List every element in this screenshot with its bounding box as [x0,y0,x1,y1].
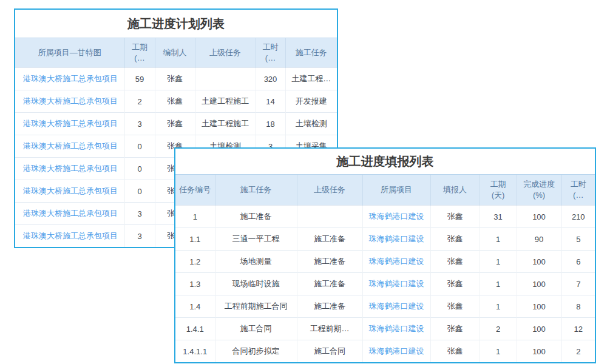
cell-parent_task [195,68,256,90]
project-link[interactable]: 港珠澳大桥施工总承包项目 [15,158,124,180]
cell-task_no: 1.2 [175,251,215,273]
cell-progress: 100 [517,318,561,340]
cell-task: 施工准备 [215,206,297,228]
cell-hours: 12 [561,318,595,340]
cell-task: 现场临时设施 [215,273,297,295]
project-link[interactable]: 港珠澳大桥施工总承包项目 [15,180,124,203]
cell-task: 土建工程… [285,68,337,90]
project-link[interactable]: 港珠澳大桥施工总承包项目 [15,90,124,113]
project-link[interactable]: 港珠澳大桥施工总承包项目 [15,68,124,90]
col-header-parent-task: 上级任务 [297,175,362,206]
cell-progress: 90 [517,228,561,251]
cell-duration: 1 [480,228,517,251]
cell-parent_task: 施工合同 [297,340,362,363]
cell-task: 场地测量 [215,251,297,273]
project-link[interactable]: 港珠澳大桥施工总承包项目 [15,135,124,158]
col-header-hours: 工时 (… [256,38,285,68]
cell-duration: 3 [124,113,155,135]
col-header-author: 编制人 [155,38,195,68]
cell-progress: 100 [517,251,561,273]
cell-task_no: 1.4.1 [175,318,215,340]
table-row: 1.3现场临时设施施工准备珠海鹤港口建设张鑫11007 [175,273,595,295]
project-link[interactable]: 珠海鹤港口建设 [362,295,430,318]
report-table-title: 施工进度填报列表 [175,149,595,174]
project-link[interactable]: 港珠澳大桥施工总承包项目 [15,113,124,135]
table-row: 1.1三通一平工程施工准备珠海鹤港口建设张鑫1905 [175,228,595,251]
col-header-hours: 工时 (… [561,175,595,206]
cell-author: 张鑫 [155,90,195,113]
table-row: 港珠澳大桥施工总承包项目59张鑫320土建工程… [15,68,337,90]
cell-duration: 0 [124,158,155,180]
table-row: 1.4.1施工合同工程前期…珠海鹤港口建设张鑫210012 [175,318,595,340]
cell-hours: 5 [561,228,595,251]
cell-hours: 210 [561,206,595,228]
table-row: 港珠澳大桥施工总承包项目2张鑫土建工程施工14开发报建 [15,90,337,113]
table-row: 1.2场地测量施工准备珠海鹤港口建设张鑫11006 [175,251,595,273]
cell-task_no: 1.3 [175,273,215,295]
cell-progress: 100 [517,206,561,228]
cell-parent_task: 施工准备 [297,251,362,273]
cell-task: 三通一平工程 [215,228,297,251]
cell-parent_task: 施工准备 [297,295,362,318]
cell-task_no: 1.1 [175,228,215,251]
cell-task_no: 1.4.1.1 [175,340,215,363]
cell-duration: 0 [124,135,155,158]
cell-progress: 100 [517,340,561,363]
cell-task: 开发报建 [285,90,337,113]
cell-parent_task: 施工准备 [297,228,362,251]
project-link[interactable]: 珠海鹤港口建设 [362,251,430,273]
cell-reporter: 张鑫 [430,273,480,295]
cell-hours: 7 [561,273,595,295]
project-link[interactable]: 珠海鹤港口建设 [362,206,430,228]
cell-author: 张鑫 [155,113,195,135]
cell-duration: 1 [480,273,517,295]
cell-hours: 18 [256,113,285,135]
cell-reporter: 张鑫 [430,228,480,251]
cell-task_no: 1 [175,206,215,228]
cell-duration: 3 [124,225,155,248]
col-header-task-no: 任务编号 [175,175,215,206]
cell-duration: 31 [480,206,517,228]
cell-reporter: 张鑫 [430,340,480,363]
project-link[interactable]: 珠海鹤港口建设 [362,340,430,363]
cell-hours: 6 [561,251,595,273]
table-row: 1施工准备珠海鹤港口建设张鑫31100210 [175,206,595,228]
cell-duration: 59 [124,68,155,90]
project-link[interactable]: 珠海鹤港口建设 [362,273,430,295]
project-link[interactable]: 港珠澳大桥施工总承包项目 [15,203,124,225]
cell-duration: 1 [480,295,517,318]
cell-reporter: 张鑫 [430,318,480,340]
cell-duration: 1 [480,340,517,363]
cell-reporter: 张鑫 [430,206,480,228]
plan-table-title: 施工进度计划列表 [15,10,337,38]
cell-duration: 2 [124,90,155,113]
project-link[interactable]: 珠海鹤港口建设 [362,228,430,251]
col-header-project-gantt: 所属项目—甘特图 [15,38,124,68]
cell-parent_task: 工程前期… [297,318,362,340]
cell-hours: 8 [561,295,595,318]
cell-hours: 14 [256,90,285,113]
cell-progress: 100 [517,295,561,318]
cell-parent_task: 土建工程施工 [195,90,256,113]
cell-progress: 100 [517,273,561,295]
cell-parent_task: 施工准备 [297,273,362,295]
cell-reporter: 张鑫 [430,295,480,318]
cell-task: 土壤检测 [285,113,337,135]
cell-duration: 0 [124,180,155,203]
cell-author: 张鑫 [155,68,195,90]
cell-task: 工程前期施工合同 [215,295,297,318]
table-row: 1.4工程前期施工合同施工准备珠海鹤港口建设张鑫11008 [175,295,595,318]
col-header-progress-pct: 完成进度 (%) [517,175,561,206]
cell-duration: 2 [480,318,517,340]
cell-task_no: 1.4 [175,295,215,318]
cell-parent_task: 土建工程施工 [195,113,256,135]
project-link[interactable]: 珠海鹤港口建设 [362,318,430,340]
report-table-body: 1施工准备珠海鹤港口建设张鑫311002101.1三通一平工程施工准备珠海鹤港口… [175,206,595,363]
cell-task: 合同初步拟定 [215,340,297,363]
project-link[interactable]: 港珠澳大桥施工总承包项目 [15,225,124,248]
col-header-duration-days: 工期 (天) [480,175,517,206]
report-table-panel: 施工进度填报列表 任务编号 施工任务 上级任务 所属项目 填报人 工期 (天) … [174,147,596,363]
cell-hours: 320 [256,68,285,90]
col-header-project: 所属项目 [362,175,430,206]
cell-duration: 1 [480,251,517,273]
